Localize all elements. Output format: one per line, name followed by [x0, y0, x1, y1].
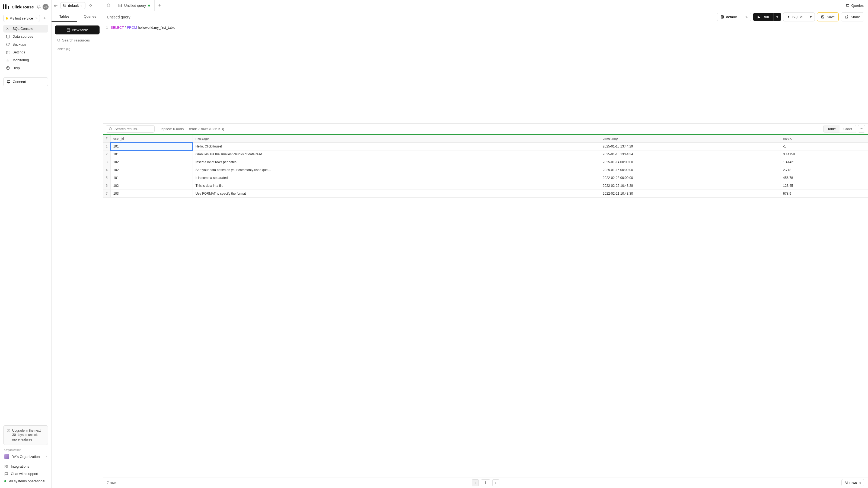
table-cell[interactable]: 6	[103, 182, 111, 190]
table-cell[interactable]: 4	[103, 166, 111, 174]
sqlai-dropdown-button[interactable]: ▾	[807, 12, 815, 22]
bottom-nav-integrations[interactable]: Integrations	[0, 463, 51, 470]
chat-icon	[4, 472, 8, 476]
run-dropdown-button[interactable]: ▾	[773, 13, 781, 21]
table-cell[interactable]: 2.718	[780, 166, 868, 174]
save-label: Save	[827, 15, 835, 19]
share-button[interactable]: Share	[841, 12, 864, 22]
table-cell[interactable]: 102	[111, 158, 193, 166]
table-cell[interactable]: Granules are the smallest chunks of data…	[193, 151, 600, 158]
table-cell[interactable]: 101	[111, 142, 193, 151]
new-table-button[interactable]: New table	[55, 26, 99, 34]
table-cell[interactable]: 2022-02-21 10:43:30	[600, 190, 780, 198]
query-tab[interactable]: Untitled query	[114, 0, 155, 11]
col-header[interactable]: user_id	[111, 135, 193, 142]
subtab-queries[interactable]: Queries	[77, 11, 103, 22]
table-cell[interactable]: 1	[103, 142, 111, 151]
run-button[interactable]: ▶ Run	[753, 13, 773, 21]
table-cell[interactable]: 5	[103, 174, 111, 182]
table-row[interactable]: 1101Hello, ClickHouse!2025-01-15 13:44:2…	[103, 142, 868, 151]
table-cell[interactable]: 3	[103, 158, 111, 166]
table-cell[interactable]: 2025-01-15 13:44:34	[600, 151, 780, 158]
table-row[interactable]: 2101Granules are the smallest chunks of …	[103, 151, 868, 158]
db-select[interactable]: default ⇅	[717, 13, 751, 21]
table-cell[interactable]: 101	[111, 174, 193, 182]
sidebar-item-data-sources[interactable]: Data sources	[3, 33, 48, 40]
table-cell[interactable]: It is comma-separated	[193, 174, 600, 182]
table-cell[interactable]: Insert a lot of rows per batch	[193, 158, 600, 166]
view-chart-button[interactable]: Chart	[839, 125, 856, 133]
avatar[interactable]: DA	[42, 4, 49, 10]
add-tab-button[interactable]: +	[155, 0, 164, 11]
query-title[interactable]: Untitled query	[107, 15, 715, 19]
bottom-nav-chat-with-support[interactable]: Chat with support	[0, 470, 51, 478]
sql-editor[interactable]: SELECT * FROM helloworld.my_first_table	[111, 26, 175, 121]
table-cell[interactable]: 2022-02-23 00:00:00	[600, 174, 780, 182]
table-cell[interactable]: 3.14159	[780, 151, 868, 158]
sidebar-item-help[interactable]: Help	[3, 64, 48, 72]
col-header[interactable]: message	[193, 135, 600, 142]
table-cell[interactable]: 1.41421	[780, 158, 868, 166]
table-row[interactable]: 7103Use FORMAT to specify the format2022…	[103, 190, 868, 198]
table-cell[interactable]: This is data in a file	[193, 182, 600, 190]
table-cell[interactable]: Use FORMAT to specify the format	[193, 190, 600, 198]
table-cell[interactable]: 2025-01-15 13:44:29	[600, 142, 780, 151]
queries-link[interactable]: Queries	[841, 0, 868, 11]
save-button[interactable]: Save	[817, 12, 839, 22]
table-cell[interactable]: 102	[111, 182, 193, 190]
rows-select[interactable]: All rows ⇅	[841, 479, 864, 486]
search-resources-input[interactable]	[62, 38, 97, 42]
sqlai-button[interactable]: ✦ SQL AI	[783, 12, 807, 22]
table-cell[interactable]: -1	[780, 142, 868, 151]
table-cell[interactable]: 102	[111, 166, 193, 174]
add-service-button[interactable]: +	[41, 15, 48, 22]
table-cell[interactable]: 101	[111, 151, 193, 158]
table-cell[interactable]: Sort your data based on your commonly-us…	[193, 166, 600, 174]
table-cell[interactable]: 2022-02-22 10:43:28	[600, 182, 780, 190]
link-icon	[4, 465, 8, 468]
db-selector[interactable]: default ⇅	[60, 2, 86, 9]
table-row[interactable]: 3102Insert a lot of rows per batch2025-0…	[103, 158, 868, 166]
table-row[interactable]: 4102Sort your data based on your commonl…	[103, 166, 868, 174]
sidebar-item-label: SQL Console	[12, 27, 33, 31]
service-selector[interactable]: My first service ⇅	[3, 14, 40, 22]
table-cell[interactable]: 678.9	[780, 190, 868, 198]
chevron-updown-icon: ⇅	[745, 15, 748, 19]
table-cell[interactable]: 2025-01-14 00:00:00	[600, 158, 780, 166]
connect-button[interactable]: Connect	[3, 77, 48, 86]
col-header[interactable]: timestamp	[600, 135, 780, 142]
view-table-button[interactable]: Table	[824, 125, 839, 133]
table-cell[interactable]: Hello, ClickHouse!	[193, 142, 600, 151]
sidebar-item-sql-console[interactable]: SQL Console	[3, 25, 48, 33]
table-row[interactable]: 5101It is comma-separated2022-02-23 00:0…	[103, 174, 868, 182]
upgrade-card[interactable]: ⓘ Upgrade in the next 30 days to unlock …	[3, 425, 48, 445]
home-tab[interactable]	[103, 0, 114, 11]
bell-icon[interactable]	[37, 5, 41, 9]
table-cell[interactable]: 2	[103, 151, 111, 158]
col-header[interactable]: #	[103, 135, 111, 142]
sidebar-item-label: Monitoring	[12, 58, 29, 62]
subtab-tables[interactable]: Tables	[52, 11, 77, 22]
col-header[interactable]: metric	[780, 135, 868, 142]
search-results[interactable]	[106, 125, 155, 133]
sidebar-item-settings[interactable]: Settings	[3, 48, 48, 56]
pager-prev-button[interactable]: ‹	[472, 479, 479, 486]
sidebar-item-monitoring[interactable]: Monitoring	[3, 56, 48, 64]
table-cell[interactable]: 456.78	[780, 174, 868, 182]
table-cell[interactable]: 103	[111, 190, 193, 198]
table-cell[interactable]: 123.45	[780, 182, 868, 190]
table-cell[interactable]: 7	[103, 190, 111, 198]
pager-next-button[interactable]: ›	[492, 479, 499, 486]
bottom-nav-all-systems-operational[interactable]: All systems operational	[0, 478, 51, 485]
more-button[interactable]: ⋯	[858, 125, 865, 133]
refresh-icon[interactable]: ⟳	[87, 3, 95, 8]
table-row[interactable]: 6102This is data in a file2022-02-22 10:…	[103, 182, 868, 190]
pager-input[interactable]	[481, 479, 490, 486]
collapse-panel-icon[interactable]: ⇤	[52, 3, 60, 8]
search-resources[interactable]	[55, 37, 99, 44]
org-item[interactable]: DA's Organization ›	[0, 453, 51, 461]
sidebar-item-backups[interactable]: Backups	[3, 40, 48, 48]
status-dot-icon	[4, 480, 6, 482]
table-cell[interactable]: 2025-01-15 00:00:00	[600, 166, 780, 174]
search-results-input[interactable]	[115, 127, 152, 131]
